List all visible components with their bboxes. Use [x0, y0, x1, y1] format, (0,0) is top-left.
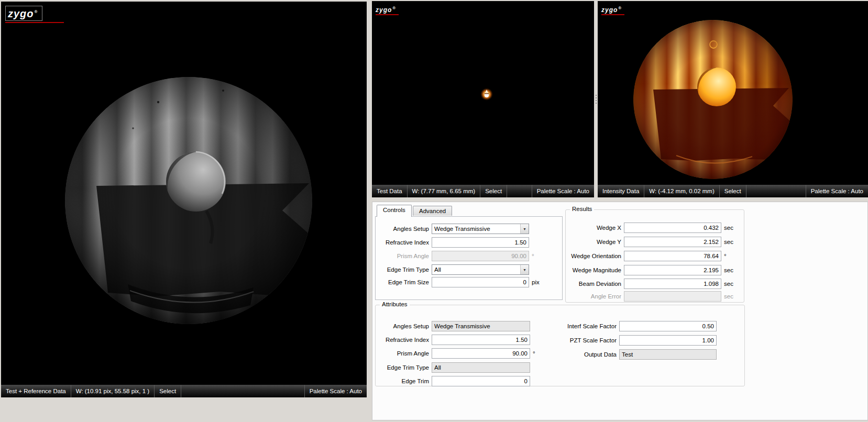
attr-edge-trim-label: Edge Trim: [379, 378, 429, 384]
prism-angle-label: Prism Angle: [379, 253, 429, 259]
angle-error-value: [624, 291, 721, 302]
degrees-suffix: °: [533, 350, 535, 357]
zygo-logo-text: zygo: [601, 6, 618, 14]
wedge-y-value: [624, 237, 721, 247]
attributes-group-title: Attributes: [380, 301, 410, 307]
pzt-scale-factor-label: PZT Scale Factor: [537, 337, 617, 343]
attr-refractive-index-input[interactable]: [432, 335, 530, 345]
attr-refractive-index-label: Refractive Index: [379, 337, 429, 343]
interf-scale-factor-label: Interf Scale Factor: [537, 323, 617, 329]
sec-suffix: sec: [724, 267, 733, 273]
registered-mark: ®: [35, 9, 38, 14]
intensity-data-image[interactable]: [598, 1, 868, 185]
attr-angles-setup-label: Angles Setup: [379, 323, 429, 329]
wedge-orientation-label: Wedge Orientation: [569, 253, 621, 259]
tab-controls[interactable]: Controls: [377, 205, 412, 217]
reference-interferogram-image[interactable]: [1, 2, 367, 385]
attr-edge-trim-type-value: [432, 362, 530, 373]
pzt-scale-factor-input[interactable]: [619, 335, 717, 346]
prism-angle-input: [432, 251, 529, 261]
attr-edge-trim-type-label: Edge Trim Type: [379, 364, 429, 371]
data-type-label: Intensity Data: [598, 185, 644, 197]
wedge-magnitude-value: [624, 265, 721, 275]
pix-suffix: pix: [532, 279, 540, 285]
attr-angles-setup-value: [432, 321, 530, 331]
sec-suffix: sec: [724, 225, 733, 231]
cursor-position-readout: W: (-4.12 mm, 0.02 mm): [644, 185, 719, 197]
sec-suffix: sec: [724, 281, 733, 287]
degrees-suffix: °: [532, 253, 534, 259]
interf-scale-factor-input[interactable]: [619, 321, 717, 331]
cursor-position-readout: W: (10.91 pix, 55.58 pix, 1 ): [71, 385, 155, 397]
test-data-panel: zygo® Test Data W: (7.77 mm, 6.65 mm) Se…: [372, 1, 594, 197]
palette-scale-label: Palette Scale : Auto: [304, 385, 367, 397]
edge-trim-size-label: Edge Trim Size: [379, 279, 429, 285]
zygo-logo: zygo®: [376, 5, 399, 15]
zygo-logo-text: zygo: [8, 8, 34, 19]
refractive-index-label: Refractive Index: [379, 239, 429, 246]
sec-suffix: sec: [724, 293, 733, 299]
test-status-bar: Test Data W: (7.77 mm, 6.65 mm) Select P…: [372, 185, 594, 197]
palette-scale-label: Palette Scale : Auto: [806, 185, 868, 197]
zygo-logo: zygo®: [5, 6, 64, 23]
edge-trim-size-input[interactable]: [432, 277, 529, 287]
intensity-data-panel: zygo® Intensity Data W: (-4.12 mm, 0.02 …: [598, 1, 868, 197]
tab-advanced[interactable]: Advanced: [413, 206, 452, 216]
registered-mark: ®: [618, 6, 622, 10]
zygo-logo-underline: [376, 14, 399, 15]
results-group: Results Wedge X sec Wedge Y sec Wedge Or…: [565, 209, 744, 303]
edge-trim-type-label: Edge Trim Type: [379, 266, 429, 273]
results-group-title: Results: [570, 206, 594, 212]
degrees-suffix: °: [724, 253, 727, 259]
reference-status-bar: Test + Reference Data W: (10.91 pix, 55.…: [1, 385, 367, 397]
zygo-logo-text: zygo: [376, 6, 392, 14]
mouse-mode-label: Select: [720, 185, 746, 197]
output-data-label: Output Data: [537, 351, 617, 358]
wedge-x-value: [624, 223, 721, 233]
beam-deviation-value: [624, 279, 721, 289]
wedge-orientation-value: [624, 251, 721, 261]
wedge-magnitude-label: Wedge Magnitude: [569, 267, 621, 273]
beam-deviation-label: Beam Deviation: [569, 281, 621, 287]
wedge-y-label: Wedge Y: [569, 239, 621, 245]
angles-setup-label: Angles Setup: [379, 226, 429, 232]
edge-trim-type-value: All: [432, 266, 520, 273]
mouse-mode-label: Select: [480, 185, 507, 197]
angle-error-label: Angle Error: [569, 293, 621, 299]
sec-suffix: sec: [724, 239, 733, 245]
dropdown-arrow-icon[interactable]: ▾: [520, 265, 529, 274]
data-type-label: Test + Reference Data: [1, 385, 71, 397]
tab-strip: Controls Advanced: [377, 205, 452, 217]
analysis-control-panel: Controls Advanced Angles Setup Wedge Tra…: [372, 202, 868, 420]
edge-trim-type-select[interactable]: All ▾: [432, 264, 529, 275]
intensity-status-bar: Intensity Data W: (-4.12 mm, 0.02 mm) Se…: [598, 185, 868, 197]
zygo-logo-underline: [601, 14, 624, 15]
data-type-label: Test Data: [372, 185, 408, 197]
test-data-image[interactable]: [372, 1, 594, 185]
output-data-value: [619, 349, 717, 360]
reference-data-panel: zygo® Test + Reference Data W: (10.91 pi…: [1, 2, 367, 397]
registered-mark: ®: [392, 6, 396, 10]
angles-setup-value: Wedge Transmissive: [432, 226, 520, 232]
attr-edge-trim-input[interactable]: [432, 376, 530, 386]
cursor-position-readout: W: (7.77 mm, 6.65 mm): [408, 185, 481, 197]
zygo-logo-underline: [5, 22, 64, 23]
dropdown-arrow-icon[interactable]: ▾: [520, 224, 529, 234]
palette-scale-label: Palette Scale : Auto: [532, 185, 594, 197]
wedge-x-label: Wedge X: [569, 225, 621, 231]
panel-splitter-handle[interactable]: [594, 1, 598, 197]
refractive-index-input[interactable]: [432, 237, 529, 248]
controls-tab-page: Angles Setup Wedge Transmissive ▾ Refrac…: [375, 216, 563, 300]
zygo-logo: zygo®: [601, 5, 624, 15]
angles-setup-select[interactable]: Wedge Transmissive ▾: [432, 224, 529, 234]
attr-prism-angle-input[interactable]: [432, 348, 530, 359]
attributes-group: Attributes Angles Setup Refractive Index…: [375, 305, 745, 386]
mouse-mode-label: Select: [155, 385, 181, 397]
attr-prism-angle-label: Prism Angle: [379, 350, 429, 357]
